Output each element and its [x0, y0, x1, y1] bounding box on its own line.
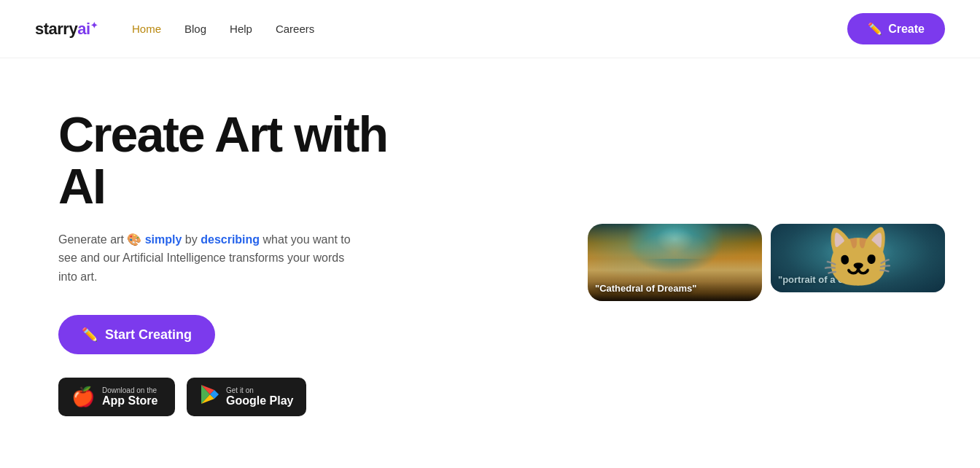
highlight-simply: simply	[145, 233, 182, 246]
nav-blog[interactable]: Blog	[184, 23, 206, 35]
apple-icon: 🍎	[71, 386, 95, 408]
hero-title: Create Art with AI	[58, 109, 438, 213]
start-creating-button[interactable]: ✏️ Start Creating	[58, 315, 215, 354]
appstore-big-text: App Store	[102, 394, 158, 407]
navbar: starryai✦ Home Blog Help Careers ✏️ Crea…	[0, 0, 980, 58]
store-buttons: 🍎 Download on the App Store Get it o	[58, 378, 438, 416]
create-button[interactable]: ✏️ Create	[847, 13, 945, 44]
gallery-main-image: "Cathedral of Dreams"	[588, 224, 762, 301]
googleplay-small-text: Get it on	[226, 386, 293, 394]
gallery-main-caption: "Cathedral of Dreams"	[595, 283, 755, 294]
hero-section: Create Art with AI Generate art 🎨 simply…	[0, 58, 980, 467]
googleplay-icon	[200, 385, 219, 409]
gallery-cat-caption: "portrait of a cat"	[778, 274, 938, 285]
nav-help[interactable]: Help	[230, 23, 252, 35]
nav-links: Home Blog Help Careers	[132, 23, 847, 36]
appstore-small-text: Download on the	[102, 386, 158, 394]
googleplay-big-text: Google Play	[226, 394, 293, 407]
hero-subtitle: Generate art 🎨 simply by describing what…	[58, 230, 365, 286]
nav-careers[interactable]: Careers	[276, 23, 314, 35]
appstore-button[interactable]: 🍎 Download on the App Store	[58, 378, 175, 416]
nav-home[interactable]: Home	[132, 23, 161, 35]
logo: starryai✦	[35, 20, 97, 39]
highlight-describing: describing	[201, 233, 260, 246]
start-pencil-icon: ✏️	[82, 327, 98, 343]
gallery-cat-image: "portrait of a cat"	[771, 224, 945, 292]
googleplay-button[interactable]: Get it on Google Play	[187, 378, 306, 416]
hero-text: Create Art with AI Generate art 🎨 simply…	[58, 109, 438, 417]
hero-gallery: "Cathedral of Dreams" "portrait of a cat…	[588, 224, 945, 301]
pencil-icon: ✏️	[868, 22, 882, 36]
